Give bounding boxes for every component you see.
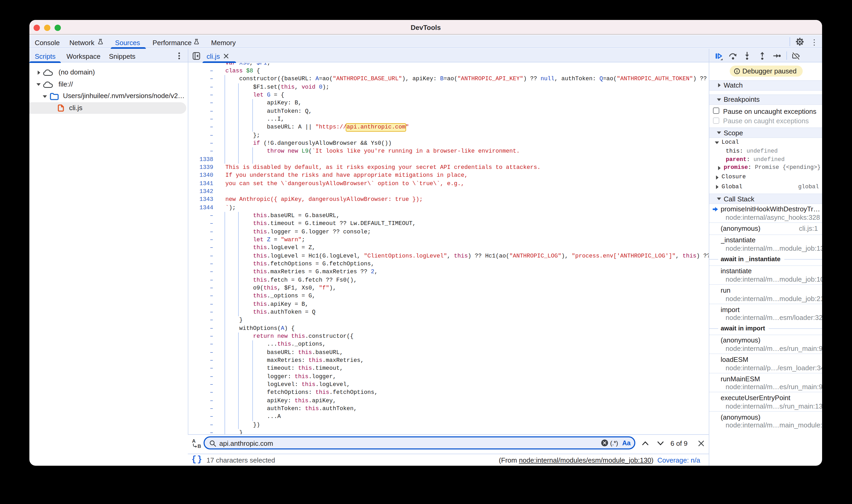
svg-text:A: A [192,438,196,444]
svg-text:B: B [197,444,201,448]
